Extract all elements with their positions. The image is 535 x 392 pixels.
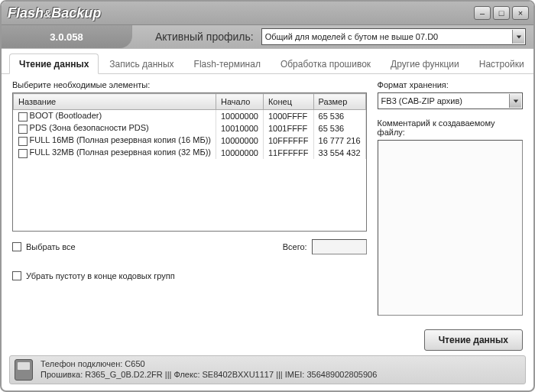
tab-5[interactable]: Настройки (470, 54, 533, 73)
app-window: Flash&Backup – □ × 3.0.058 Активный проф… (0, 0, 535, 392)
row-checkbox[interactable] (18, 125, 28, 134)
comment-textarea[interactable] (378, 140, 523, 316)
tab-0[interactable]: Чтение данных (9, 53, 99, 74)
maximize-icon: □ (499, 9, 504, 18)
row-end: 1001FFFF (263, 122, 313, 134)
tab-1[interactable]: Запись данных (100, 54, 183, 73)
status-line-2: Прошивка: R365_G_0B.D2.2FR ||| Флекс: SE… (41, 370, 377, 381)
right-panel: Формат хранения: FB3 (CAB-ZIP архив) Ком… (378, 80, 523, 351)
row-checkbox[interactable] (18, 137, 28, 146)
storage-format-label: Формат хранения: (378, 80, 523, 89)
logo-amp: & (44, 8, 51, 20)
status-bar: Телефон подключен: C650 Прошивка: R365_G… (9, 355, 526, 384)
tab-2[interactable]: Flash-терминал (185, 54, 270, 73)
elements-table: Название Начало Конец Размер BOOT (Bootl… (12, 92, 367, 232)
minimize-icon: – (480, 9, 485, 18)
table-row[interactable]: FULL 32MB (Полная резервная копия (32 МБ… (14, 147, 366, 159)
total-value-box (312, 239, 367, 254)
select-all-label: Выбрать все (26, 242, 76, 251)
version-label: 3.0.058 (2, 25, 132, 48)
sub-header: 3.0.058 Активный профиль: Общий для моде… (2, 25, 533, 49)
below-table-row: Выбрать все Всего: (12, 239, 367, 254)
tab-bar: Чтение данныхЗапись данныхFlash-терминал… (2, 49, 533, 74)
storage-format-value: FB3 (CAB-ZIP архив) (381, 96, 462, 105)
minimize-button[interactable]: – (474, 6, 491, 20)
row-name: PDS (Зона безопасности PDS) (30, 123, 149, 132)
row-size: 33 554 432 (313, 147, 365, 159)
window-buttons: – □ × (474, 6, 529, 20)
row-end: 11FFFFFF (263, 147, 313, 159)
row-checkbox[interactable] (18, 112, 28, 121)
phone-icon (15, 359, 33, 381)
select-all-checkbox[interactable] (12, 242, 21, 251)
table-row[interactable]: BOOT (Bootloader)100000001000FFFF65 536 (14, 110, 366, 123)
remove-empty-checkbox[interactable] (12, 271, 21, 280)
row-start: 10000000 (216, 147, 264, 159)
dropdown-arrow-icon[interactable] (512, 30, 524, 44)
row-start: 10010000 (216, 122, 264, 134)
logo-sub: Backup (51, 5, 101, 21)
table-row[interactable]: PDS (Зона безопасности PDS)100100001001F… (14, 122, 366, 134)
col-start[interactable]: Начало (216, 94, 264, 110)
row-start: 10000000 (216, 134, 264, 147)
col-name[interactable]: Название (14, 94, 216, 110)
read-data-button[interactable]: Чтение данных (424, 329, 523, 351)
svg-marker-1 (513, 99, 517, 102)
row-name: BOOT (Bootloader) (30, 111, 102, 120)
row-size: 65 536 (313, 110, 365, 123)
tab-4[interactable]: Другие функции (381, 54, 469, 73)
row-end: 10FFFFFF (263, 134, 313, 147)
col-size[interactable]: Размер (313, 94, 365, 110)
row-name: FULL 16MB (Полная резервная копия (16 МБ… (30, 135, 211, 144)
profile-select-value: Общий для моделей с бутом не выше 07.D0 (265, 32, 439, 41)
row-checkbox[interactable] (18, 149, 28, 158)
row-name: FULL 32MB (Полная резервная копия (32 МБ… (30, 147, 211, 157)
svg-marker-0 (516, 35, 520, 38)
choose-elements-label: Выберите необходимые элементы: (12, 80, 367, 89)
row-size: 65 536 (313, 122, 365, 134)
row-start: 10000000 (216, 110, 264, 123)
close-button[interactable]: × (512, 6, 529, 20)
status-line-1: Телефон подключен: C650 (41, 359, 377, 370)
total-label: Всего: (283, 242, 307, 251)
remove-empty-label: Убрать пустоту в конце кодовых групп (26, 271, 175, 280)
tab-3[interactable]: Обработка прошивок (271, 54, 380, 73)
row-end: 1000FFFF (263, 110, 313, 123)
maximize-button[interactable]: □ (493, 6, 510, 20)
row-size: 16 777 216 (313, 134, 365, 147)
left-panel: Выберите необходимые элементы: Название … (12, 80, 367, 351)
app-logo: Flash&Backup (6, 5, 101, 21)
profile-select[interactable]: Общий для моделей с бутом не выше 07.D0 (261, 28, 526, 45)
active-profile-label: Активный профиль: (132, 31, 261, 43)
col-end[interactable]: Конец (263, 94, 313, 110)
storage-format-select[interactable]: FB3 (CAB-ZIP архив) (378, 92, 523, 109)
table-row[interactable]: FULL 16MB (Полная резервная копия (16 МБ… (14, 134, 366, 147)
content-area: Выберите необходимые элементы: Название … (2, 74, 533, 354)
title-bar[interactable]: Flash&Backup – □ × (2, 2, 533, 25)
logo-main: Flash (8, 5, 44, 21)
comment-label: Комментарий к создаваемому файлу: (378, 118, 523, 137)
close-icon: × (518, 9, 523, 18)
dropdown-arrow-icon[interactable] (509, 94, 521, 108)
